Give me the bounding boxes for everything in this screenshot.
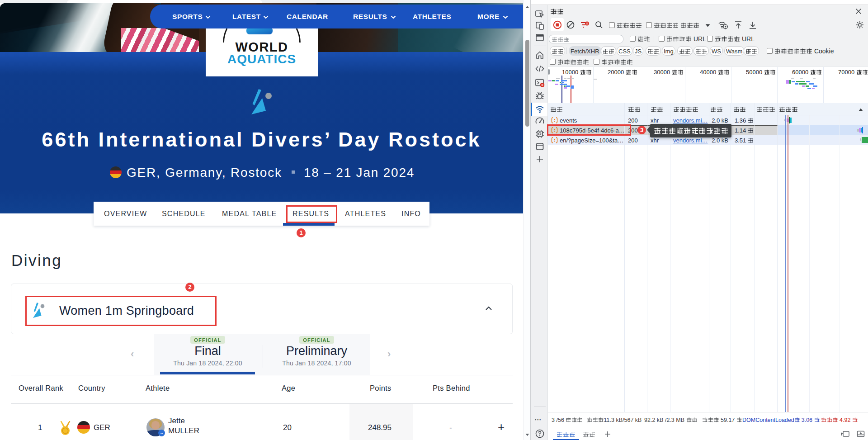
svg-text:AQUATICS: AQUATICS bbox=[227, 52, 296, 66]
